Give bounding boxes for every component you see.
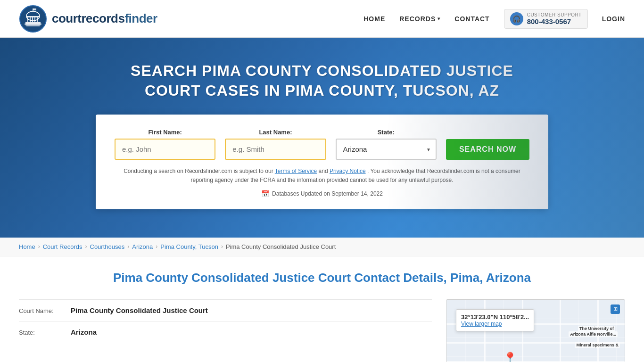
logo-text: courtrecordsfinder bbox=[52, 11, 157, 26]
chevron-down-icon: ▾ bbox=[438, 16, 440, 21]
svg-rect-6 bbox=[34, 17, 35, 22]
map-pin-icon: 📍 bbox=[503, 352, 517, 362]
map-label-2: Arizona Alfie Norville... bbox=[569, 331, 618, 337]
calendar-icon: 📅 bbox=[261, 190, 269, 197]
phone-icon: 🎧 bbox=[510, 12, 523, 25]
state-select-wrapper: Arizona Alabama Alaska California Colora… bbox=[336, 139, 437, 160]
map-label-3: Mineral specimens & bbox=[575, 342, 620, 348]
state-detail-label: State: bbox=[19, 329, 66, 336]
map-view-larger[interactable]: View larger map bbox=[461, 321, 502, 327]
road-v3 bbox=[560, 300, 561, 362]
svg-rect-3 bbox=[27, 17, 28, 22]
logo-icon bbox=[19, 5, 47, 33]
breadcrumb-court-records[interactable]: Court Records bbox=[43, 243, 83, 250]
breadcrumb-arizona[interactable]: Arizona bbox=[132, 243, 153, 250]
state-detail-value: Arizona bbox=[71, 328, 97, 336]
hero-section: SEARCH PIMA COUNTY CONSOLIDATED JUSTICE … bbox=[0, 38, 644, 238]
map-container: The University of Arizona Alfie Norville… bbox=[446, 299, 625, 362]
support-info[interactable]: 🎧 CUSTOMER SUPPORT 800-433-0567 bbox=[504, 9, 588, 29]
svg-rect-10 bbox=[25, 25, 41, 25]
state-select[interactable]: Arizona Alabama Alaska California Colora… bbox=[336, 139, 437, 160]
breadcrumb-pima-tucson[interactable]: Pima County, Tucson bbox=[160, 243, 218, 250]
svg-rect-2 bbox=[26, 16, 40, 17]
breadcrumb: Home › Court Records › Courthouses › Ari… bbox=[0, 238, 644, 256]
main-nav: HOME RECORDS ▾ CONTACT 🎧 CUSTOMER SUPPOR… bbox=[363, 9, 625, 29]
nav-contact[interactable]: CONTACT bbox=[454, 15, 489, 23]
court-name-value: Pima County Consolidated Justice Court bbox=[71, 306, 208, 314]
terms-link[interactable]: Terms of Service bbox=[275, 168, 317, 174]
last-name-input[interactable] bbox=[225, 139, 326, 160]
header: courtrecordsfinder HOME RECORDS ▾ CONTAC… bbox=[0, 0, 644, 38]
support-text: CUSTOMER SUPPORT 800-433-0567 bbox=[527, 12, 582, 25]
svg-rect-5 bbox=[32, 17, 33, 22]
breadcrumb-courthouses[interactable]: Courthouses bbox=[90, 243, 125, 250]
main-content: Pima County Consolidated Justice Court C… bbox=[0, 256, 644, 362]
svg-rect-13 bbox=[33, 8, 36, 10]
breadcrumb-sep-1: › bbox=[38, 243, 40, 250]
logo[interactable]: courtrecordsfinder bbox=[19, 5, 157, 33]
first-name-group: First Name: bbox=[115, 129, 215, 160]
svg-rect-11 bbox=[26, 25, 40, 26]
first-name-input[interactable] bbox=[115, 139, 215, 160]
svg-rect-9 bbox=[25, 24, 41, 25]
svg-rect-8 bbox=[25, 22, 41, 24]
nav-records[interactable]: RECORDS ▾ bbox=[399, 15, 440, 23]
nav-home[interactable]: HOME bbox=[363, 15, 385, 23]
map-expand-icon[interactable]: ⊞ bbox=[611, 304, 620, 314]
nav-login[interactable]: LOGIN bbox=[602, 15, 625, 23]
breadcrumb-sep-5: › bbox=[221, 243, 223, 250]
court-name-label: Court Name: bbox=[19, 307, 66, 314]
breadcrumb-current: Pima County Consolidated Justice Court bbox=[226, 243, 336, 250]
map-tooltip: 32°13'23.0"N 110°58'2... View larger map bbox=[456, 309, 534, 331]
details-panel: Court Name: Pima County Consolidated Jus… bbox=[19, 299, 432, 362]
state-row: State: Arizona bbox=[19, 321, 432, 343]
breadcrumb-sep-3: › bbox=[127, 243, 129, 250]
first-name-label: First Name: bbox=[115, 129, 215, 136]
last-name-label: Last Name: bbox=[225, 129, 326, 136]
breadcrumb-home[interactable]: Home bbox=[19, 243, 35, 250]
svg-rect-7 bbox=[37, 17, 38, 22]
last-name-group: Last Name: bbox=[225, 129, 326, 160]
court-name-row: Court Name: Pima County Consolidated Jus… bbox=[19, 299, 432, 321]
map-panel: The University of Arizona Alfie Norville… bbox=[446, 299, 625, 362]
breadcrumb-sep-2: › bbox=[85, 243, 87, 250]
svg-rect-4 bbox=[30, 17, 31, 22]
content-layout: Court Name: Pima County Consolidated Jus… bbox=[19, 299, 625, 362]
content-title: Pima County Consolidated Justice Court C… bbox=[19, 271, 625, 285]
breadcrumb-sep-4: › bbox=[156, 243, 157, 250]
map-label-1: The University of bbox=[578, 326, 615, 331]
privacy-link[interactable]: Privacy Notice bbox=[330, 168, 366, 174]
hero-background bbox=[387, 38, 644, 238]
